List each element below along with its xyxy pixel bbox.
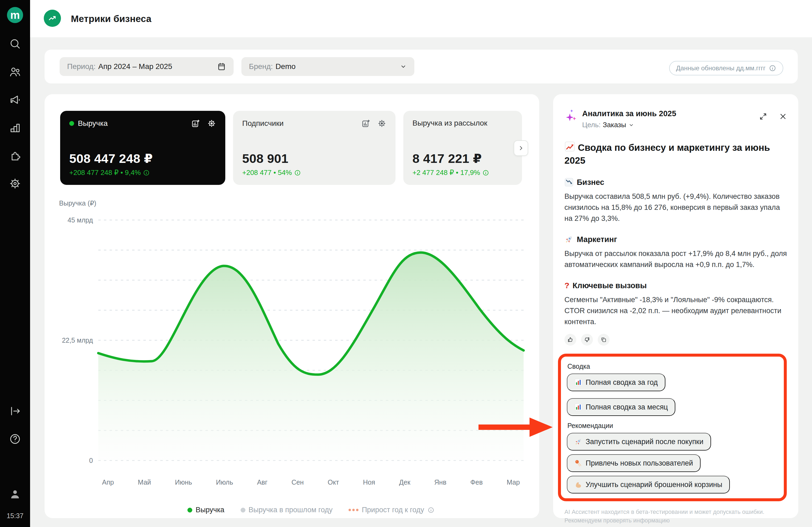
x-tick: Май xyxy=(138,479,151,486)
rocket-emoji xyxy=(564,235,574,244)
flex-biceps-emoji xyxy=(574,481,582,488)
info-icon xyxy=(769,64,776,72)
chart-legend: Выручка Выручка в прошлом году Прирост г… xyxy=(98,506,524,514)
bar-chart-icon[interactable] xyxy=(9,121,21,134)
puzzle-icon[interactable] xyxy=(9,149,21,162)
recommendations-label: Рекомендации xyxy=(567,422,778,430)
bar-chart-emoji xyxy=(574,378,582,387)
data-updated-badge[interactable]: Данные обновлены дд.мм.гггг xyxy=(669,61,783,75)
ai-sparkles-icon xyxy=(564,109,577,122)
attract-new-users-button[interactable]: Привлечь новых пользователей xyxy=(567,454,700,472)
x-tick: Июнь xyxy=(175,479,192,486)
thumbs-down-button[interactable] xyxy=(581,334,593,346)
x-tick: Янв xyxy=(434,479,446,486)
full-month-summary-button[interactable]: Полная сводка за месяц xyxy=(567,398,675,416)
ai-section-marketing-text: Выручка от рассылок показала рост +17,9%… xyxy=(564,248,787,270)
legend-dot-gray xyxy=(241,508,245,512)
rocket-emoji xyxy=(574,438,582,446)
revenue-area-chart[interactable] xyxy=(45,94,539,518)
x-tick: Июль xyxy=(216,479,233,486)
x-tick: Фев xyxy=(470,479,483,486)
calendar-icon xyxy=(217,62,226,71)
legend-dot-green xyxy=(187,508,192,512)
thumbs-up-button[interactable] xyxy=(564,334,576,346)
close-icon[interactable] xyxy=(779,112,787,120)
ai-section-business-title: Бизнес xyxy=(564,178,787,187)
metrics-card: Выручка 508 447 248 ₽ +208 477 248 ₽ • 9… xyxy=(45,94,539,518)
page-header: Метрики бизнеса xyxy=(30,0,812,37)
legend-yoy-growth[interactable]: Прирост год к году xyxy=(349,506,434,514)
chevron-down-icon xyxy=(628,122,634,128)
ai-analytics-panel: Аналитика за июнь 2025 Цель: Заказы Свод… xyxy=(553,94,798,518)
search-icon[interactable] xyxy=(9,37,21,50)
app-root: m xyxy=(0,0,812,527)
megaphone-icon[interactable] xyxy=(9,93,21,106)
x-tick: Дек xyxy=(399,479,410,486)
users-icon[interactable] xyxy=(9,65,21,78)
brand-label: Бренд: xyxy=(249,62,273,71)
annotation-arrow xyxy=(478,417,553,438)
clock: 15:37 xyxy=(0,512,30,520)
legend-revenue-last-year[interactable]: Выручка в прошлом году xyxy=(241,506,333,514)
ai-feedback-row xyxy=(564,334,787,346)
x-tick: Окт xyxy=(328,479,339,486)
ai-goal-value: Заказы xyxy=(603,120,626,129)
red-question-emoji: ? xyxy=(564,281,569,290)
legend-dots-orange xyxy=(349,509,359,511)
ai-panel-title: Аналитика за июнь 2025 xyxy=(582,109,676,118)
legend-revenue[interactable]: Выручка xyxy=(187,506,224,514)
help-icon[interactable] xyxy=(9,433,21,446)
ai-section-marketing-title: Маркетинг xyxy=(564,235,787,244)
x-axis-labels: Апр Май Июнь Июль Авг Сен Окт Ноя Дек Ян… xyxy=(98,479,524,486)
sidebar: m xyxy=(0,0,30,527)
comet-emoji xyxy=(574,459,582,467)
bar-chart-emoji xyxy=(574,403,582,411)
ai-goal-select[interactable]: Цель: Заказы xyxy=(582,120,676,129)
user-avatar-icon[interactable] xyxy=(9,488,21,501)
period-filter[interactable]: Период: Апр 2024 – Мар 2025 xyxy=(60,57,234,76)
ai-section-challenges-text: Сегменты "Активные" -18,3% и "Лояльные" … xyxy=(564,295,787,327)
x-tick: Мар xyxy=(507,479,520,486)
x-tick: Авг xyxy=(257,479,267,486)
data-updated-text: Данные обновлены дд.мм.гггг xyxy=(676,64,766,72)
logout-icon[interactable] xyxy=(9,405,21,418)
gear-icon[interactable] xyxy=(9,177,21,190)
x-tick: Апр xyxy=(102,479,114,486)
brand-logo[interactable]: m xyxy=(7,7,23,23)
summary-label: Сводка xyxy=(567,362,778,370)
ai-section-challenges-title: ? Ключевые вызовы xyxy=(564,281,787,290)
x-tick: Сен xyxy=(291,479,304,486)
x-tick: Ноя xyxy=(363,479,375,486)
annotation-highlight-box: Сводка Полная сводка за год Полная сводк… xyxy=(558,353,787,501)
improve-abandoned-cart-button[interactable]: Улучшить сценарий брошенной корзины xyxy=(567,476,730,494)
ai-section-business-text: Выручка составила 508,5 млн руб. (+9,4%)… xyxy=(564,191,787,224)
brand-filter[interactable]: Бренд: Demo xyxy=(242,57,414,76)
expand-icon[interactable] xyxy=(759,112,767,120)
brand-value: Demo xyxy=(276,62,296,71)
info-icon[interactable] xyxy=(427,507,434,514)
post-purchase-scenario-button[interactable]: Запустить сценарий после покупки xyxy=(567,433,711,451)
page-title: Метрики бизнеса xyxy=(71,13,151,24)
chart-increasing-emoji xyxy=(564,141,575,152)
chevron-down-icon xyxy=(400,63,407,70)
filter-bar: Период: Апр 2024 – Мар 2025 Бренд: Demo … xyxy=(45,50,798,84)
full-year-summary-button[interactable]: Полная сводка за год xyxy=(567,374,665,391)
ai-summary-heading: Сводка по бизнесу и маркетингу за июнь 2… xyxy=(564,141,787,167)
chart-decreasing-emoji xyxy=(564,178,574,187)
period-label: Период: xyxy=(67,62,96,71)
trending-up-icon xyxy=(44,10,61,27)
brand-logo-letter: m xyxy=(10,9,20,21)
ai-disclaimer: AI Ассистент находится в бета-тестирован… xyxy=(564,508,787,525)
period-value: Апр 2024 – Мар 2025 xyxy=(98,62,172,71)
copy-button[interactable] xyxy=(598,334,610,346)
sidebar-nav xyxy=(0,37,30,190)
